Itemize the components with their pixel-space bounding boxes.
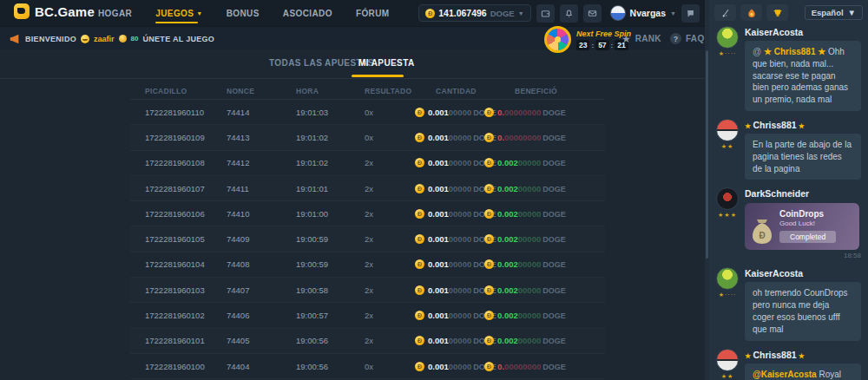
user-menu[interactable]: Nvargas ▼ <box>610 5 676 21</box>
table-row[interactable]: 1722281960106 74410 19:01:00 2x Ð 0.0010… <box>130 201 605 226</box>
bet-result: 2x <box>365 209 415 219</box>
nav-item-bonus[interactable]: BONUS <box>227 0 260 26</box>
mention[interactable]: @KaiserAcosta <box>753 370 819 379</box>
table-header: PICADILLO NONCE HORA RESULTADO CANTIDAD … <box>130 83 605 100</box>
avatar[interactable] <box>716 187 739 210</box>
table-body: 1722281960110 74414 19:01:03 0x Ð 0.0010… <box>130 100 605 379</box>
user-rating: ★···· <box>719 292 737 298</box>
wallet-button[interactable] <box>536 4 555 23</box>
doge-coin-icon: Ð <box>415 133 424 142</box>
doge-coin-icon: Ð <box>415 259 424 269</box>
avatar-column: ★★★ <box>716 187 739 259</box>
bet-nonce: 74404 <box>227 362 296 371</box>
bet-profit: Ð 0.00200000DOGE <box>484 209 605 219</box>
bcgame-logo[interactable]: BC.Game <box>14 3 95 19</box>
chat-bubble: @ ★ Chriss881 ★ Ohh que bien, nada mal..… <box>745 41 861 111</box>
col-cantidad: CANTIDAD <box>415 87 484 95</box>
table-row[interactable]: 1722281960110 74414 19:01:03 0x Ð 0.0010… <box>130 100 605 125</box>
chat-username[interactable]: ★ Chriss881 ★ <box>745 120 861 130</box>
table-row[interactable]: 1722281960107 74411 19:01:01 2x Ð 0.0010… <box>130 176 605 201</box>
inbox-button[interactable] <box>583 4 602 23</box>
top-navigation-bar: BC.Game HOGAR JUEGOS▼ BONUS ASOCIADO FÓR… <box>0 0 705 26</box>
bet-hash: 1722281960102 <box>145 311 227 320</box>
bet-time: 19:00:56 <box>296 336 365 345</box>
nav-item-asociado[interactable]: ASOCIADO <box>283 0 332 26</box>
bet-nonce: 74411 <box>227 184 296 193</box>
bet-time: 19:00:58 <box>296 285 365 295</box>
balance-selector[interactable]: Ð 141.067496 DOGE ▼ <box>418 4 530 22</box>
table-row[interactable]: 1722281960108 74412 19:01:02 2x Ð 0.0010… <box>130 151 605 176</box>
bet-hash: 1722281960109 <box>145 133 227 142</box>
table-row[interactable]: 1722281960109 74413 19:01:02 0x Ð 0.0010… <box>130 125 605 150</box>
doge-coin-icon: Ð <box>415 209 424 219</box>
table-row[interactable]: 1722281960100 74404 19:00:56 0x Ð 0.0010… <box>130 354 605 379</box>
chat-toggle-button[interactable] <box>681 4 700 23</box>
notifications-button[interactable] <box>560 4 578 23</box>
chat-header: Español ▼ <box>709 0 868 24</box>
chat-username[interactable]: DarkSchneider <box>745 188 861 199</box>
chat-message: ★····KaiserAcosta@ ★ Chriss881 ★ Ohh que… <box>716 26 861 111</box>
bet-result: 2x <box>365 184 415 193</box>
avatar[interactable] <box>716 349 739 371</box>
chat-username[interactable]: KaiserAcosta <box>745 27 861 37</box>
chat-username[interactable]: KaiserAcosta <box>745 268 861 278</box>
doge-coin-icon: Ð <box>484 209 494 219</box>
bet-nonce: 74413 <box>227 133 296 142</box>
doge-coin-icon: Ð <box>415 362 424 371</box>
nav-item-hogar[interactable]: HOGAR <box>98 0 132 26</box>
bet-nonce: 74412 <box>227 158 296 167</box>
avatar[interactable] <box>716 267 739 290</box>
nav-item-forum[interactable]: FÓRUM <box>356 0 390 26</box>
table-row[interactable]: 1722281960104 74408 19:00:59 2x Ð 0.0010… <box>130 252 605 278</box>
doge-coin-icon: Ð <box>484 311 494 320</box>
app-window: BC.Game HOGAR JUEGOS▼ BONUS ASOCIADO FÓR… <box>0 0 868 380</box>
col-nonce: NONCE <box>227 87 296 95</box>
chat-bubble: @KaiserAcosta Royal flush es que el móvi… <box>745 364 861 380</box>
mention[interactable]: ★ Chriss881 ★ <box>764 47 828 56</box>
bet-profit: Ð 0.00200000DOGE <box>484 259 605 269</box>
bet-result: 0x <box>365 362 415 371</box>
user-rating: ★★ <box>721 373 734 380</box>
fireball-button[interactable] <box>740 4 762 21</box>
doge-coin-icon: Ð <box>415 108 424 117</box>
chat-scrollbar[interactable] <box>705 0 709 380</box>
scrollbar-thumb[interactable] <box>706 50 708 259</box>
avatar[interactable] <box>716 26 739 49</box>
user-rating: ★★★ <box>718 212 737 219</box>
topbar-right-group: Ð 141.067496 DOGE ▼ Nvargas ▼ <box>418 0 700 26</box>
welcome-username[interactable]: zaafir <box>94 35 115 43</box>
completed-button[interactable]: Completed <box>779 231 836 243</box>
table-row[interactable]: 1722281960101 74405 19:00:56 2x Ð 0.0010… <box>130 329 605 354</box>
rank-button[interactable]: ★ RANK <box>621 27 661 50</box>
bet-time: 19:01:02 <box>296 158 365 167</box>
chat-username[interactable]: ★ Chriss881 ★ <box>745 350 861 360</box>
bet-result: 2x <box>365 259 415 269</box>
bell-icon <box>564 9 574 18</box>
bet-result: 0x <box>365 133 415 142</box>
card-title: CoinDrops <box>779 209 852 219</box>
col-picadillo: PICADILLO <box>145 87 227 95</box>
language-selector[interactable]: Español ▼ <box>805 5 863 20</box>
faq-button[interactable]: ? FAQ <box>670 27 704 50</box>
bet-nonce: 74414 <box>227 108 296 117</box>
table-row[interactable]: 1722281960105 74409 19:00:59 2x Ð 0.0010… <box>130 226 605 252</box>
bet-result: 2x <box>365 285 415 295</box>
message-body: ★ Chriss881 ★@KaiserAcosta Royal flush e… <box>745 349 861 380</box>
doge-coin-icon: Ð <box>415 184 424 193</box>
table-row[interactable]: 1722281960102 74406 19:00:57 2x Ð 0.0010… <box>130 303 605 328</box>
table-row[interactable]: 1722281960103 74407 19:00:58 2x Ð 0.0010… <box>130 278 605 303</box>
bet-time: 19:00:57 <box>296 311 365 320</box>
nav-item-juegos[interactable]: JUEGOS▼ <box>155 0 202 26</box>
bcgame-logo-icon <box>14 3 30 19</box>
doge-coin-icon: Ð <box>415 336 424 345</box>
chat-message: ★★★ Chriss881 ★@KaiserAcosta Royal flush… <box>716 349 861 380</box>
username: Nvargas <box>630 8 666 18</box>
bet-profit: Ð 0.00000000DOGE <box>484 133 605 142</box>
coindrop-button[interactable] <box>714 4 736 21</box>
doge-coin-icon: Ð <box>415 311 424 320</box>
tab-my-bets[interactable]: MI APUESTA <box>358 58 415 68</box>
bet-result: 2x <box>365 158 415 167</box>
avatar[interactable] <box>716 119 739 141</box>
bet-time: 19:00:59 <box>296 259 365 269</box>
trophy-button[interactable] <box>766 4 788 21</box>
